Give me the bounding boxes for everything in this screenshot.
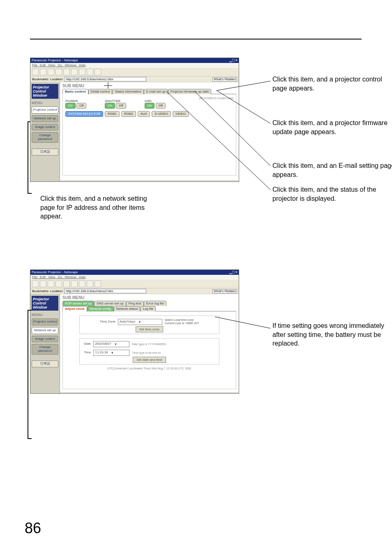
video-button[interactable]: VIDEO: [173, 111, 189, 117]
window-controls[interactable]: ▁ ▢ ✕: [229, 59, 238, 62]
sidebar-menu-header: MENU: [32, 101, 58, 105]
timezone-select[interactable]: Asia/Tokyo: [118, 319, 162, 325]
power-on-button[interactable]: On: [65, 103, 76, 109]
tab-ping-test[interactable]: Ping test: [126, 301, 144, 306]
url-input[interactable]: http://192.168.0.8/av/menu2.htm: [64, 289, 146, 293]
forward-icon[interactable]: [40, 69, 46, 75]
home-icon[interactable]: [55, 69, 62, 75]
sidebar: Projector Control Window MENU Projector …: [30, 82, 60, 182]
time-label: Time: [84, 351, 91, 354]
tab-network-status[interactable]: Network status: [114, 306, 141, 311]
stop-icon[interactable]: [95, 69, 101, 75]
sidebar-item-japanese[interactable]: 日本語: [32, 149, 58, 156]
address-bar: Bookmarks Location http://192.168.0.8/av…: [30, 288, 239, 294]
bookmarks-label[interactable]: Bookmarks: [32, 290, 48, 293]
date-input[interactable]: 2002/08/07: [93, 341, 129, 347]
browser-toolbar: [30, 280, 239, 288]
stop-icon[interactable]: [95, 281, 101, 287]
images-icon[interactable]: [71, 69, 78, 75]
power-label: POWER: [65, 99, 78, 103]
osd-on-button[interactable]: On: [145, 103, 155, 109]
sidebar-item-change-password[interactable]: Change password: [32, 132, 58, 143]
power-off-button[interactable]: Off: [76, 103, 87, 109]
time-hint: Time type is hh:mm:ss: [132, 351, 161, 354]
sub-menu-label: SUB MENU: [62, 84, 236, 88]
browser-toolbar: [30, 68, 239, 76]
browser-menubar[interactable]: File Edit View Go Window Help: [30, 63, 239, 68]
screenshot-adjust-clock: Panasonic Projector - Netscape ▁ ▢ ✕ Fil…: [30, 269, 239, 394]
back-icon[interactable]: [32, 69, 39, 75]
logo: Projector Control Window: [32, 84, 58, 99]
window-title: Panasonic Projector - Netscape: [32, 271, 78, 274]
window-titlebar: Panasonic Projector - Netscape ▁ ▢ ✕: [30, 270, 239, 275]
time-input[interactable]: 11:29:38: [93, 350, 129, 356]
window-titlebar: Panasonic Projector - Netscape ▁ ▢ ✕: [30, 58, 239, 63]
print-icon[interactable]: [79, 69, 85, 75]
location-label: Location: [50, 78, 62, 81]
set-datetime-button[interactable]: Set date and time: [133, 357, 166, 363]
osd-label: OSD: [145, 99, 152, 103]
home-icon[interactable]: [55, 281, 62, 287]
tab-log-file[interactable]: Log file: [140, 306, 156, 311]
search-icon[interactable]: [63, 281, 70, 287]
sidebar-item-japanese[interactable]: 日本語: [32, 360, 58, 367]
tab-status-information[interactable]: Status information: [112, 89, 143, 94]
tab-projector-fw-update[interactable]: Projector firmware up date: [168, 89, 212, 94]
status-bar: ◂ ▸: [60, 181, 239, 182]
svideo-button[interactable]: S-VIDEO: [152, 111, 171, 117]
annotation-status: Click this item, and the status of the p…: [272, 185, 392, 203]
shutter-off-button[interactable]: Off: [116, 103, 126, 109]
window-controls[interactable]: ▁ ▢ ✕: [229, 271, 238, 274]
images-icon[interactable]: [71, 281, 78, 287]
system-selector-button[interactable]: SYSTEM SELECTOR: [65, 111, 103, 117]
sidebar-item-projector-control[interactable]: Projector control: [32, 107, 58, 114]
reload-icon[interactable]: [48, 281, 54, 287]
aux-button[interactable]: AUX: [138, 111, 150, 117]
security-icon[interactable]: [87, 69, 93, 75]
utc-line: UTC(Universal Coordinated Time) Wed Aug …: [71, 367, 228, 370]
tab-dns-server[interactable]: DNS server set up: [94, 301, 126, 306]
sidebar-item-network-setup[interactable]: Network set up: [32, 115, 58, 122]
url-input[interactable]: http://192.168.0.8/av/menu1.htm: [64, 77, 146, 81]
tab-error-log[interactable]: Error log file: [144, 301, 166, 306]
tab-detail-control[interactable]: Detail control: [88, 89, 113, 94]
sidebar-menu-header: MENU: [32, 313, 58, 317]
window-title: Panasonic Projector - Netscape: [32, 59, 78, 62]
tab-basic-control[interactable]: Basic control: [62, 89, 88, 94]
tab-pop-server[interactable]: POP server set up: [62, 301, 94, 306]
sidebar-item-projector-control[interactable]: Projector control: [32, 318, 58, 325]
page-number: 86: [25, 520, 41, 537]
tab-adjust-clock[interactable]: Adjust clock: [62, 306, 87, 311]
sub-menu-label: SUB MENU: [62, 296, 236, 300]
search-icon[interactable]: [63, 69, 70, 75]
browser-menubar[interactable]: File Edit View Go Window Help: [30, 275, 239, 280]
rgb2-button[interactable]: RGB2: [121, 111, 136, 117]
panel-basic-control: (BLACKBOX) monitor area POWER On Off SHU…: [62, 94, 236, 176]
status-bar: http://192.168.0.8/av/menu2.htm: [60, 392, 239, 394]
reload-icon[interactable]: [48, 69, 54, 75]
tab-network-config[interactable]: Network config: [87, 306, 114, 311]
date-hint: Date type is YYYY/MM/DD: [132, 343, 166, 346]
whats-related-button[interactable]: What's Related: [212, 77, 237, 81]
shutter-on-button[interactable]: On: [105, 103, 115, 109]
tab-strip: Basic control Detail control Status info…: [62, 89, 236, 94]
tab-email-setup[interactable]: E-mail set up: [144, 89, 168, 94]
annotation-projector-control: Click this item, and a projector control…: [272, 75, 392, 93]
sidebar-item-network-setup[interactable]: Network set up: [32, 327, 58, 334]
sidebar-item-image-control[interactable]: Image control: [32, 124, 58, 131]
rgb1-button[interactable]: RGB1: [105, 111, 120, 117]
security-icon[interactable]: [87, 281, 93, 287]
sidebar-item-image-control[interactable]: Image control: [32, 336, 58, 343]
screenshot-projector-control: Panasonic Projector - Netscape ▁ ▢ ✕ Fil…: [30, 58, 239, 182]
print-icon[interactable]: [79, 281, 85, 287]
annotation-network-setup: Click this item, and a network setting p…: [40, 194, 155, 221]
bookmarks-label[interactable]: Bookmarks: [32, 78, 48, 81]
sidebar-item-change-password[interactable]: Change password: [32, 344, 58, 355]
back-icon[interactable]: [32, 281, 39, 287]
forward-icon[interactable]: [40, 281, 46, 287]
osd-off-button[interactable]: Off: [156, 103, 166, 109]
logo: Projector Control Window: [32, 296, 58, 311]
whats-related-button[interactable]: What's Related: [212, 289, 237, 293]
shutter-label: SHUTTER: [105, 99, 120, 103]
set-timezone-button[interactable]: Set time zone: [136, 326, 163, 332]
